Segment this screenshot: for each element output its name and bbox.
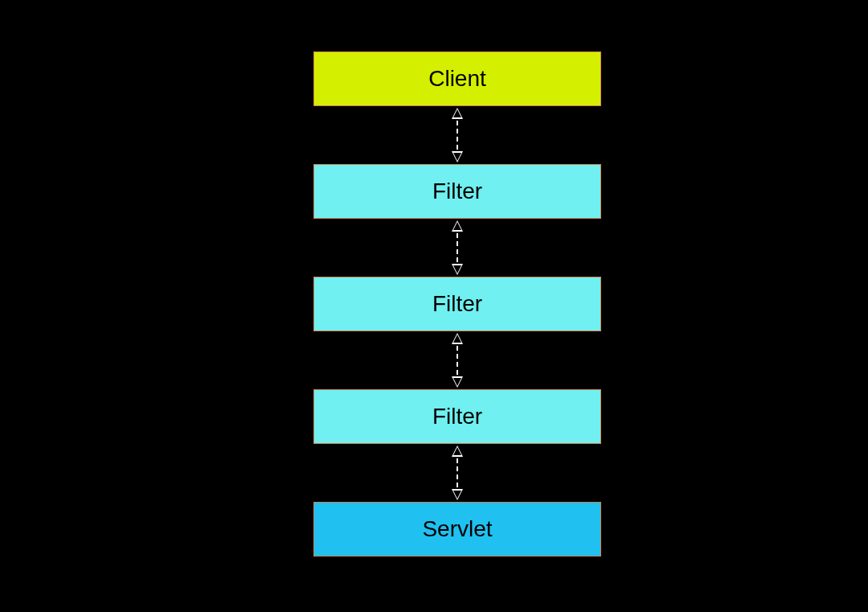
dashed-line [457,121,458,150]
arrow-up-icon [452,446,463,457]
servlet-label: Servlet [422,516,492,542]
connector-arrow [448,444,467,502]
filter-label: Filter [432,179,482,204]
connector-arrow [448,219,467,277]
filter-box-1: Filter [313,164,601,219]
arrow-down-icon [452,489,463,500]
client-box: Client [313,51,601,106]
connector-arrow [448,106,467,164]
client-label: Client [428,66,486,92]
servlet-box: Servlet [313,502,601,557]
filter-label: Filter [432,291,482,317]
arrow-down-icon [452,264,463,275]
connector-arrow [448,331,467,389]
filter-box-2: Filter [313,277,601,331]
arrow-down-icon [452,151,463,162]
dashed-line [457,346,458,375]
filter-label: Filter [432,404,482,429]
arrow-up-icon [452,220,463,232]
filter-chain-diagram: Client Filter Filter Filter Servlet [313,51,601,557]
arrow-up-icon [452,333,463,344]
dashed-line [457,458,458,487]
arrow-down-icon [452,376,463,388]
arrow-up-icon [452,108,463,119]
filter-box-3: Filter [313,389,601,444]
dashed-line [457,233,458,262]
